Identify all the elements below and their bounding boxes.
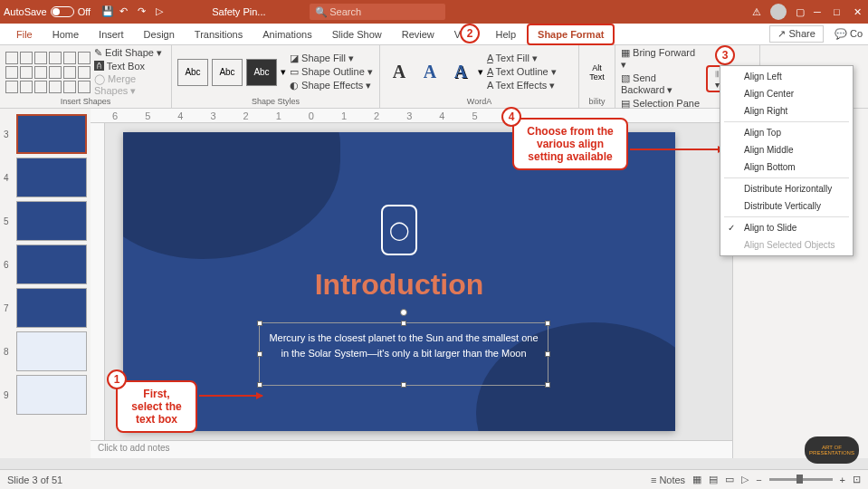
- text-fill-button[interactable]: A Text Fill ▾: [487, 53, 557, 64]
- tab-review[interactable]: Review: [393, 25, 444, 43]
- title-bar: AutoSave Off 💾 ↶ ↷ ▷ Safety Pin... 🔍 Sea…: [0, 0, 868, 24]
- align-selected-objects-item: Align Selected Objects: [720, 236, 853, 254]
- distribute-horizontally-item[interactable]: Distribute Horizontally: [720, 180, 853, 197]
- resize-handle[interactable]: [545, 351, 550, 357]
- zoom-in-icon[interactable]: +: [840, 475, 845, 485]
- rotate-handle[interactable]: [400, 309, 407, 316]
- autosave-switch-icon[interactable]: [51, 6, 74, 17]
- shapes-gallery[interactable]: [5, 52, 91, 93]
- zoom-out-icon[interactable]: −: [756, 475, 761, 485]
- text-outline-button[interactable]: A Text Outline ▾: [487, 66, 557, 78]
- tab-file[interactable]: File: [7, 25, 42, 43]
- tab-slideshow[interactable]: Slide Show: [323, 25, 391, 43]
- slide-title[interactable]: Introduction: [123, 268, 675, 302]
- share-button[interactable]: ↗ Share: [769, 25, 823, 43]
- shape-fill-button[interactable]: ◪ Shape Fill ▾: [290, 53, 373, 64]
- align-top-item[interactable]: Align Top: [720, 124, 853, 141]
- tab-design[interactable]: Design: [135, 25, 184, 43]
- wordart-style-2[interactable]: A: [416, 59, 444, 86]
- distribute-vertically-item[interactable]: Distribute Vertically: [720, 197, 853, 215]
- align-left-item[interactable]: Align Left: [720, 68, 853, 85]
- wordart-style-1[interactable]: A: [386, 59, 413, 86]
- resize-handle[interactable]: [257, 321, 262, 326]
- close-icon[interactable]: ✕: [854, 6, 864, 17]
- normal-view-icon[interactable]: ▦: [692, 474, 701, 485]
- resize-handle[interactable]: [401, 382, 406, 388]
- annotation-callout-1: First, select the text box: [116, 380, 197, 433]
- zoom-slider[interactable]: [769, 478, 833, 481]
- redo-icon[interactable]: ↷: [138, 5, 150, 18]
- merge-shapes-button[interactable]: ◯ Merge Shapes ▾: [94, 73, 166, 97]
- warning-icon[interactable]: ⚠: [752, 6, 761, 18]
- shape-style-1[interactable]: Abc: [177, 59, 208, 86]
- maximize-icon[interactable]: □: [834, 6, 844, 17]
- document-title: Safety Pin...: [212, 6, 265, 17]
- align-middle-item[interactable]: Align Middle: [720, 141, 853, 158]
- edit-shape-button[interactable]: ✎ Edit Shape ▾: [94, 47, 166, 59]
- shape-style-2[interactable]: Abc: [212, 59, 243, 86]
- tab-home[interactable]: Home: [43, 25, 88, 43]
- account-icon[interactable]: [770, 4, 787, 20]
- shape-outline-button[interactable]: ▭ Shape Outline ▾: [290, 66, 373, 78]
- watermark-logo: ART OF PRESENTATIONS: [805, 436, 859, 464]
- align-bottom-item[interactable]: Align Bottom: [720, 158, 853, 176]
- thumbnail-3[interactable]: [16, 114, 87, 154]
- alt-text-button[interactable]: Alt Text: [589, 63, 605, 82]
- slide-counter: Slide 3 of 51: [7, 475, 62, 485]
- resize-handle[interactable]: [545, 321, 550, 326]
- resize-handle[interactable]: [257, 382, 262, 388]
- group-label-wordart: WordA: [386, 97, 573, 106]
- text-box-button[interactable]: 🅰 Text Box: [94, 61, 166, 72]
- autosave-toggle[interactable]: AutoSave Off: [4, 6, 91, 17]
- send-backward-button[interactable]: ▧ Send Backward ▾: [621, 72, 702, 96]
- thumbnail-8[interactable]: [16, 331, 87, 371]
- align-to-slide-item[interactable]: Align to Slide: [720, 219, 853, 236]
- slideshow-view-icon[interactable]: ▷: [741, 474, 749, 485]
- group-label-shape-styles: Shape Styles: [177, 97, 374, 106]
- align-right-item[interactable]: Align Right: [720, 102, 853, 120]
- bring-forward-button[interactable]: ▦ Bring Forward ▾: [621, 47, 702, 71]
- resize-handle[interactable]: [257, 351, 262, 357]
- slide-canvas[interactable]: ◯ Introduction Mercury is the closest pl…: [123, 132, 675, 431]
- align-center-item[interactable]: Align Center: [720, 85, 853, 102]
- shape-effects-button[interactable]: ◐ Shape Effects ▾: [290, 80, 373, 91]
- notes-toggle[interactable]: ≡ Notes: [651, 475, 685, 485]
- thumbnail-7[interactable]: [16, 288, 87, 328]
- horizontal-ruler: 6543210123456: [91, 109, 732, 123]
- annotation-badge-1: 1: [107, 369, 127, 389]
- undo-icon[interactable]: ↶: [119, 5, 132, 18]
- search-icon: 🔍: [315, 6, 328, 18]
- thumbnail-4[interactable]: [16, 158, 87, 197]
- thumbnail-6[interactable]: [16, 244, 87, 284]
- tab-insert[interactable]: Insert: [90, 25, 133, 43]
- styles-more-icon[interactable]: ▾: [281, 66, 286, 78]
- tab-shape-format[interactable]: Shape Format: [527, 24, 615, 45]
- save-icon[interactable]: 💾: [101, 5, 114, 18]
- thumbnail-5[interactable]: [16, 201, 87, 241]
- fit-window-icon[interactable]: ⊡: [853, 474, 861, 485]
- resize-handle[interactable]: [545, 382, 550, 388]
- text-effects-button[interactable]: A Text Effects ▾: [487, 80, 557, 91]
- wordart-style-3[interactable]: A: [447, 59, 474, 86]
- ribbon-tabs: File Home Insert Design Transitions Anim…: [0, 24, 868, 45]
- tab-help[interactable]: Help: [486, 25, 525, 43]
- selected-text-box[interactable]: Mercury is the closest planet to the Sun…: [259, 322, 548, 386]
- reading-view-icon[interactable]: ▭: [725, 474, 734, 485]
- ribbon-display-icon[interactable]: ▢: [796, 6, 805, 18]
- comments-button[interactable]: 💬 Co: [829, 26, 868, 42]
- search-input[interactable]: 🔍 Search: [310, 4, 445, 20]
- sorter-view-icon[interactable]: ▤: [709, 474, 718, 485]
- annotation-badge-3: 3: [715, 45, 735, 65]
- thumbnail-9[interactable]: [16, 375, 87, 415]
- shape-style-3[interactable]: Abc: [246, 59, 277, 86]
- vertical-ruler: [91, 123, 105, 440]
- notes-pane[interactable]: Click to add notes: [91, 440, 732, 458]
- start-slideshow-icon[interactable]: ▷: [156, 5, 168, 18]
- resize-handle[interactable]: [401, 321, 406, 326]
- minimize-icon[interactable]: ─: [814, 6, 825, 17]
- annotation-arrow: [199, 395, 262, 397]
- align-dropdown-menu: Align Left Align Center Align Right Alig…: [720, 65, 854, 256]
- tab-transitions[interactable]: Transitions: [186, 25, 252, 43]
- tab-animations[interactable]: Animations: [253, 25, 320, 43]
- wordart-more-icon[interactable]: ▾: [478, 66, 483, 78]
